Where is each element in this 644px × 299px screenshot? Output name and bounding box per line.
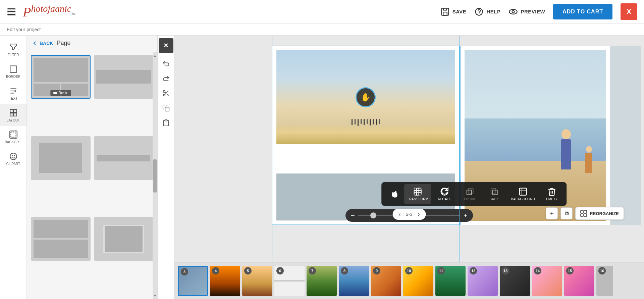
thumb-num-8: 8 <box>341 267 348 275</box>
add-to-cart-button[interactable]: ADD TO CART <box>553 4 612 19</box>
rotate-button[interactable]: ROTATE <box>431 184 458 204</box>
back-button[interactable]: BACK <box>32 41 53 46</box>
layout-thumb-4[interactable] <box>94 136 154 180</box>
filmstrip-thumb-6[interactable]: 6 <box>274 266 305 296</box>
thumb-img-6 <box>274 280 305 282</box>
svg-rect-12 <box>10 113 13 116</box>
svg-point-3 <box>509 9 517 14</box>
sidebar-item-clipart[interactable]: CLIPART <box>0 148 26 170</box>
empty-button[interactable]: EMPTY <box>540 184 564 204</box>
layout-thumb-1[interactable]: Basic <box>31 55 91 99</box>
svg-rect-1 <box>443 12 447 15</box>
filmstrip-thumb-12[interactable]: 12 <box>468 266 498 296</box>
svg-rect-11 <box>14 109 17 112</box>
sidebar-item-layout[interactable]: LAYOUT <box>0 104 26 126</box>
text-label: TEXT <box>9 97 18 100</box>
save-label: SAVE <box>452 9 467 14</box>
filmstrip-thumb-10[interactable]: 10 <box>403 266 433 296</box>
panel-scrollbar: ▲ ▼ <box>153 52 157 299</box>
copy-button[interactable] <box>159 101 173 115</box>
background-label: BACKGR... <box>5 140 22 144</box>
redo-button[interactable] <box>159 72 173 85</box>
layout-thumb-3[interactable] <box>31 136 91 180</box>
filmstrip-thumb-5[interactable]: 5 <box>242 266 272 296</box>
front-button[interactable]: FRONT <box>458 184 482 204</box>
svg-rect-27 <box>493 190 497 195</box>
grab-icon: ✋ <box>361 93 371 102</box>
scroll-up-arrow[interactable]: ▲ <box>153 52 157 57</box>
background-button[interactable]: BACKGROUND <box>506 184 540 204</box>
layout-thumb-2[interactable] <box>94 55 154 99</box>
sidebar-item-border[interactable]: BORDER <box>0 61 26 83</box>
svg-rect-19 <box>53 92 57 94</box>
canvas-toolbar: TRANSFORM ROTATE FRONT <box>381 182 567 206</box>
hand-tool-button[interactable] <box>384 184 404 204</box>
sidebar-item-filter[interactable]: FILTER <box>0 39 26 61</box>
layout-thumb-6[interactable] <box>94 217 154 261</box>
zoom-minus-button[interactable]: − <box>351 212 355 219</box>
nav-right: SAVE HELP PREVIEW ADD TO CART X <box>440 3 637 20</box>
scroll-down-arrow[interactable]: ▼ <box>153 294 157 299</box>
beach-silhouettes <box>294 119 437 126</box>
logo: Photojaanic ™ <box>23 3 75 20</box>
filmstrip-thumb-3[interactable]: 3 <box>178 266 208 296</box>
back-tb-button[interactable]: BACK <box>482 184 506 204</box>
preview-button[interactable]: PREVIEW <box>508 7 545 16</box>
close-button[interactable]: X <box>621 3 637 20</box>
grab-overlay[interactable]: ✋ <box>356 87 376 107</box>
prev-page-button[interactable]: ‹ <box>399 211 401 218</box>
thumb-num-6: 6 <box>276 267 284 275</box>
filmstrip-thumb-16[interactable]: 16 <box>596 266 613 296</box>
nav-left: Photojaanic ™ <box>7 3 75 20</box>
paste-button[interactable] <box>159 116 173 130</box>
filmstrip-thumb-9[interactable]: 9 <box>371 266 401 296</box>
thumb-num-7: 7 <box>309 267 316 275</box>
border-label: BORDER <box>6 75 20 79</box>
reorganize-icon <box>580 210 587 217</box>
zoom-plus-button[interactable]: + <box>464 212 468 219</box>
top-navbar: Photojaanic ™ SAVE HELP PREVIEW ADD TO C… <box>0 0 644 23</box>
save-button[interactable]: SAVE <box>440 7 467 16</box>
svg-rect-28 <box>491 189 496 193</box>
transform-button[interactable]: TRANSFORM <box>404 184 431 204</box>
clipart-label: CLIPART <box>6 162 20 166</box>
next-page-button[interactable]: › <box>418 211 420 218</box>
svg-point-17 <box>12 155 13 156</box>
guide-line-right <box>460 36 460 262</box>
layout-thumb-5[interactable] <box>31 217 91 261</box>
copy-page-button[interactable]: ⧉ <box>560 207 573 219</box>
filmstrip-thumb-13[interactable]: 13 <box>500 266 530 296</box>
thumb-num-9: 9 <box>373 267 380 275</box>
svg-rect-32 <box>581 214 583 216</box>
filmstrip-thumb-7[interactable]: 7 <box>307 266 337 296</box>
sidebar-item-text[interactable]: A TEXT <box>0 83 26 104</box>
empty-label: EMPTY <box>546 197 557 201</box>
undo-button[interactable] <box>159 57 173 70</box>
left-photo-frame-main[interactable]: ✋ <box>276 50 455 144</box>
clipart-icon <box>9 152 18 161</box>
svg-rect-26 <box>469 189 473 193</box>
page-number: 2-3 <box>406 212 413 217</box>
filmstrip-thumb-14[interactable]: 14 <box>532 266 562 296</box>
filmstrip-thumb-8[interactable]: 8 <box>339 266 369 296</box>
thumb-num-15: 15 <box>566 267 574 275</box>
layout-panel: BACK Page Basic <box>27 36 158 299</box>
svg-text:A: A <box>14 89 16 93</box>
filmstrip-thumb-11[interactable]: 11 <box>435 266 466 296</box>
svg-rect-25 <box>467 190 472 195</box>
rotate-label: ROTATE <box>438 197 451 201</box>
zoom-thumb[interactable] <box>370 212 376 218</box>
filmstrip-thumb-4[interactable]: 4 <box>210 266 240 296</box>
filmstrip-thumb-15[interactable]: 15 <box>564 266 594 296</box>
reorganize-button[interactable]: REORGANIZE <box>575 207 624 220</box>
background-tb-label: BACKGROUND <box>511 197 535 201</box>
sidebar-item-background[interactable]: BACKGR... <box>0 126 26 148</box>
thumb-num-5: 5 <box>244 267 252 275</box>
hamburger-button[interactable] <box>7 8 16 15</box>
dad-head <box>561 129 571 139</box>
add-page-button[interactable]: + <box>546 207 558 219</box>
close-panel-button[interactable]: ✕ <box>159 38 173 53</box>
help-button[interactable]: HELP <box>474 7 500 16</box>
panel-title: Page <box>56 40 70 47</box>
cut-button[interactable] <box>159 87 173 100</box>
